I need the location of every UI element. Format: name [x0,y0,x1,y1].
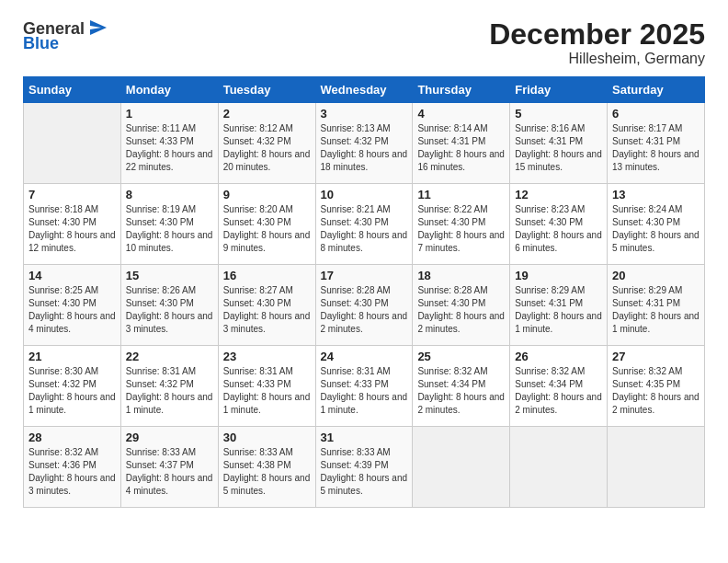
page: General Blue December 2025 Hillesheim, G… [0,0,728,563]
calendar-cell: 6Sunrise: 8:17 AM Sunset: 4:31 PM Daylig… [608,103,705,184]
day-info: Sunrise: 8:25 AM Sunset: 4:30 PM Dayligh… [28,284,116,336]
header: General Blue December 2025 Hillesheim, G… [23,18,705,67]
calendar-cell: 5Sunrise: 8:16 AM Sunset: 4:31 PM Daylig… [510,103,608,184]
title-block: December 2025 Hillesheim, Germany [489,18,705,67]
day-number: 11 [417,188,505,201]
day-info: Sunrise: 8:31 AM Sunset: 4:33 PM Dayligh… [223,365,311,417]
calendar-week-row: 14Sunrise: 8:25 AM Sunset: 4:30 PM Dayli… [24,265,705,346]
calendar-cell [24,103,121,184]
calendar-cell: 9Sunrise: 8:20 AM Sunset: 4:30 PM Daylig… [218,184,315,265]
day-number: 23 [223,350,311,363]
day-info: Sunrise: 8:13 AM Sunset: 4:32 PM Dayligh… [321,122,408,174]
calendar-week-row: 28Sunrise: 8:32 AM Sunset: 4:36 PM Dayli… [24,427,705,508]
calendar: SundayMondayTuesdayWednesdayThursdayFrid… [23,76,705,508]
calendar-cell: 18Sunrise: 8:28 AM Sunset: 4:30 PM Dayli… [413,265,510,346]
day-number: 20 [612,269,700,282]
calendar-cell: 13Sunrise: 8:24 AM Sunset: 4:30 PM Dayli… [608,184,705,265]
day-number: 15 [126,269,213,282]
calendar-cell: 20Sunrise: 8:29 AM Sunset: 4:31 PM Dayli… [608,265,705,346]
day-number: 9 [223,188,311,201]
calendar-header-wednesday: Wednesday [315,77,413,103]
calendar-header-tuesday: Tuesday [218,77,315,103]
day-number: 24 [321,350,408,363]
calendar-cell: 26Sunrise: 8:32 AM Sunset: 4:34 PM Dayli… [510,346,608,427]
calendar-cell: 8Sunrise: 8:19 AM Sunset: 4:30 PM Daylig… [120,184,218,265]
day-number: 22 [126,350,213,363]
day-info: Sunrise: 8:29 AM Sunset: 4:31 PM Dayligh… [515,284,602,336]
day-info: Sunrise: 8:16 AM Sunset: 4:31 PM Dayligh… [515,122,602,174]
calendar-header-thursday: Thursday [413,77,510,103]
calendar-header-friday: Friday [510,77,608,103]
day-info: Sunrise: 8:26 AM Sunset: 4:30 PM Dayligh… [126,284,213,336]
day-info: Sunrise: 8:28 AM Sunset: 4:30 PM Dayligh… [321,284,408,336]
calendar-cell: 24Sunrise: 8:31 AM Sunset: 4:33 PM Dayli… [315,346,413,427]
day-number: 27 [612,350,700,363]
day-info: Sunrise: 8:19 AM Sunset: 4:30 PM Dayligh… [126,203,213,255]
calendar-cell: 10Sunrise: 8:21 AM Sunset: 4:30 PM Dayli… [315,184,413,265]
page-title: December 2025 [489,18,705,51]
calendar-week-row: 21Sunrise: 8:30 AM Sunset: 4:32 PM Dayli… [24,346,705,427]
day-number: 6 [612,107,700,121]
day-info: Sunrise: 8:22 AM Sunset: 4:30 PM Dayligh… [417,203,505,255]
day-info: Sunrise: 8:18 AM Sunset: 4:30 PM Dayligh… [28,203,116,255]
calendar-cell: 16Sunrise: 8:27 AM Sunset: 4:30 PM Dayli… [218,265,315,346]
day-number: 30 [223,431,311,444]
day-number: 10 [321,188,408,201]
day-number: 21 [28,350,116,363]
day-number: 1 [126,107,213,121]
day-info: Sunrise: 8:30 AM Sunset: 4:32 PM Dayligh… [28,365,116,417]
calendar-cell [608,427,705,508]
day-number: 26 [515,350,602,363]
day-info: Sunrise: 8:31 AM Sunset: 4:32 PM Dayligh… [126,365,213,417]
day-number: 5 [515,107,602,121]
calendar-week-row: 7Sunrise: 8:18 AM Sunset: 4:30 PM Daylig… [24,184,705,265]
day-info: Sunrise: 8:32 AM Sunset: 4:36 PM Dayligh… [28,446,116,498]
day-info: Sunrise: 8:33 AM Sunset: 4:39 PM Dayligh… [321,446,408,498]
calendar-header-monday: Monday [120,77,218,103]
calendar-cell: 15Sunrise: 8:26 AM Sunset: 4:30 PM Dayli… [120,265,218,346]
day-number: 17 [321,269,408,282]
day-number: 18 [417,269,505,282]
day-info: Sunrise: 8:28 AM Sunset: 4:30 PM Dayligh… [417,284,505,336]
day-number: 4 [417,107,505,121]
calendar-cell: 30Sunrise: 8:33 AM Sunset: 4:38 PM Dayli… [218,427,315,508]
calendar-cell: 25Sunrise: 8:32 AM Sunset: 4:34 PM Dayli… [413,346,510,427]
calendar-cell: 11Sunrise: 8:22 AM Sunset: 4:30 PM Dayli… [413,184,510,265]
logo-blue: Blue [23,35,59,52]
day-number: 31 [321,431,408,444]
calendar-cell: 23Sunrise: 8:31 AM Sunset: 4:33 PM Dayli… [218,346,315,427]
logo: General Blue [23,18,107,52]
day-info: Sunrise: 8:32 AM Sunset: 4:34 PM Dayligh… [515,365,602,417]
logo-icon [86,18,107,39]
day-info: Sunrise: 8:11 AM Sunset: 4:33 PM Dayligh… [126,122,213,174]
day-number: 12 [515,188,602,201]
calendar-cell: 28Sunrise: 8:32 AM Sunset: 4:36 PM Dayli… [24,427,121,508]
day-info: Sunrise: 8:33 AM Sunset: 4:37 PM Dayligh… [126,446,213,498]
day-info: Sunrise: 8:27 AM Sunset: 4:30 PM Dayligh… [223,284,311,336]
day-number: 13 [612,188,700,201]
day-number: 25 [417,350,505,363]
calendar-cell: 3Sunrise: 8:13 AM Sunset: 4:32 PM Daylig… [315,103,413,184]
calendar-cell: 21Sunrise: 8:30 AM Sunset: 4:32 PM Dayli… [24,346,121,427]
calendar-week-row: 1Sunrise: 8:11 AM Sunset: 4:33 PM Daylig… [24,103,705,184]
calendar-cell: 4Sunrise: 8:14 AM Sunset: 4:31 PM Daylig… [413,103,510,184]
day-number: 8 [126,188,213,201]
day-number: 14 [28,269,116,282]
day-number: 19 [515,269,602,282]
calendar-cell: 14Sunrise: 8:25 AM Sunset: 4:30 PM Dayli… [24,265,121,346]
calendar-cell: 22Sunrise: 8:31 AM Sunset: 4:32 PM Dayli… [120,346,218,427]
calendar-cell: 27Sunrise: 8:32 AM Sunset: 4:35 PM Dayli… [608,346,705,427]
day-info: Sunrise: 8:32 AM Sunset: 4:34 PM Dayligh… [417,365,505,417]
day-info: Sunrise: 8:24 AM Sunset: 4:30 PM Dayligh… [612,203,700,255]
day-info: Sunrise: 8:32 AM Sunset: 4:35 PM Dayligh… [612,365,700,417]
day-info: Sunrise: 8:17 AM Sunset: 4:31 PM Dayligh… [612,122,700,174]
day-info: Sunrise: 8:33 AM Sunset: 4:38 PM Dayligh… [223,446,311,498]
calendar-header-saturday: Saturday [608,77,705,103]
day-info: Sunrise: 8:12 AM Sunset: 4:32 PM Dayligh… [223,122,311,174]
calendar-cell: 17Sunrise: 8:28 AM Sunset: 4:30 PM Dayli… [315,265,413,346]
svg-marker-0 [90,20,107,35]
day-number: 29 [126,431,213,444]
calendar-cell [413,427,510,508]
day-info: Sunrise: 8:14 AM Sunset: 4:31 PM Dayligh… [417,122,505,174]
calendar-header-row: SundayMondayTuesdayWednesdayThursdayFrid… [24,77,705,103]
